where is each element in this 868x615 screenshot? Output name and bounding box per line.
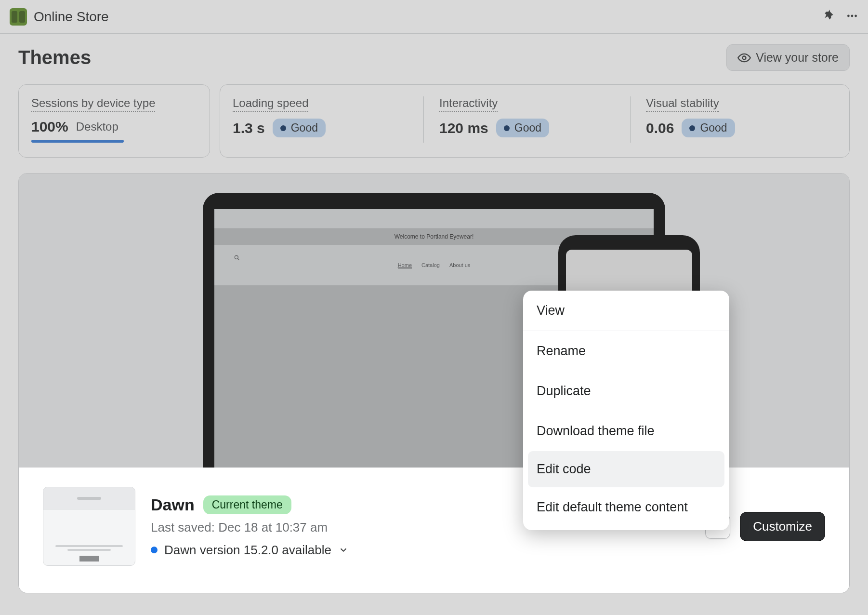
metric-value: 0.06 — [646, 120, 674, 136]
metric-value: 100% — [31, 119, 68, 135]
svg-point-4 — [235, 255, 238, 259]
top-bar: Online Store — [0, 0, 868, 34]
theme-name: Dawn — [151, 495, 195, 514]
update-available-row[interactable]: Dawn version 15.2.0 available — [151, 543, 690, 558]
view-store-button[interactable]: View your store — [726, 44, 850, 71]
metric-loading-speed[interactable]: Loading speed 1.3 s Good — [233, 96, 423, 143]
preview-nav-link: About us — [449, 262, 470, 268]
status-dot-icon — [504, 125, 510, 131]
metric-label: Loading speed — [233, 96, 308, 112]
metric-vitals: Loading speed 1.3 s Good Interactivity 1… — [220, 84, 850, 158]
metric-sub: Desktop — [76, 120, 118, 134]
page-header: Themes View your store — [0, 34, 868, 84]
svg-line-5 — [238, 259, 239, 260]
pin-icon[interactable] — [823, 10, 835, 24]
metric-label: Sessions by device type — [31, 96, 155, 112]
theme-actions-popover: View Rename Duplicate Download theme fil… — [523, 291, 729, 530]
session-bar — [31, 140, 124, 143]
view-store-label: View your store — [756, 51, 839, 65]
metric-value: 120 ms — [439, 120, 488, 136]
svg-point-0 — [847, 14, 850, 17]
metric-sessions[interactable]: Sessions by device type 100% Desktop — [18, 84, 210, 158]
update-available-text: Dawn version 15.2.0 available — [164, 543, 331, 558]
preview-nav-link: Home — [398, 262, 412, 268]
chevron-down-icon — [338, 545, 349, 555]
metric-label: Visual stability — [646, 96, 719, 112]
popover-item-view[interactable]: View — [523, 291, 729, 331]
popover-item-duplicate[interactable]: Duplicate — [523, 371, 729, 411]
popover-item-edit-default-content[interactable]: Edit default theme content — [523, 487, 729, 530]
status-badge: Good — [682, 119, 735, 137]
popover-item-rename[interactable]: Rename — [523, 331, 729, 371]
update-dot-icon — [151, 547, 158, 553]
svg-point-1 — [851, 14, 854, 17]
status-dot-icon — [280, 125, 286, 131]
status-badge: Good — [496, 119, 549, 137]
page-title: Themes — [18, 47, 91, 68]
current-theme-badge: Current theme — [203, 495, 291, 514]
preview-browser-chrome — [214, 209, 654, 228]
popover-item-download[interactable]: Download theme file — [523, 411, 729, 451]
more-icon[interactable] — [846, 10, 858, 24]
breadcrumb-title[interactable]: Online Store — [34, 9, 109, 25]
metric-visual-stability[interactable]: Visual stability 0.06 Good — [630, 96, 837, 143]
theme-thumbnail — [43, 487, 135, 566]
svg-point-2 — [855, 14, 857, 17]
eye-icon — [737, 51, 751, 65]
preview-nav: Home Catalog About us — [398, 262, 471, 268]
status-badge: Good — [273, 119, 326, 137]
metrics-row: Sessions by device type 100% Desktop Loa… — [0, 84, 868, 173]
popover-item-edit-code[interactable]: Edit code — [528, 451, 724, 487]
preview-nav-link: Catalog — [421, 262, 440, 268]
svg-point-3 — [743, 56, 746, 59]
app-logo-icon — [10, 8, 27, 26]
search-icon — [234, 254, 240, 263]
metric-label: Interactivity — [439, 96, 498, 112]
metric-interactivity[interactable]: Interactivity 120 ms Good — [423, 96, 630, 143]
status-dot-icon — [689, 125, 695, 131]
customize-button[interactable]: Customize — [740, 512, 825, 541]
metric-value: 1.3 s — [233, 120, 265, 136]
